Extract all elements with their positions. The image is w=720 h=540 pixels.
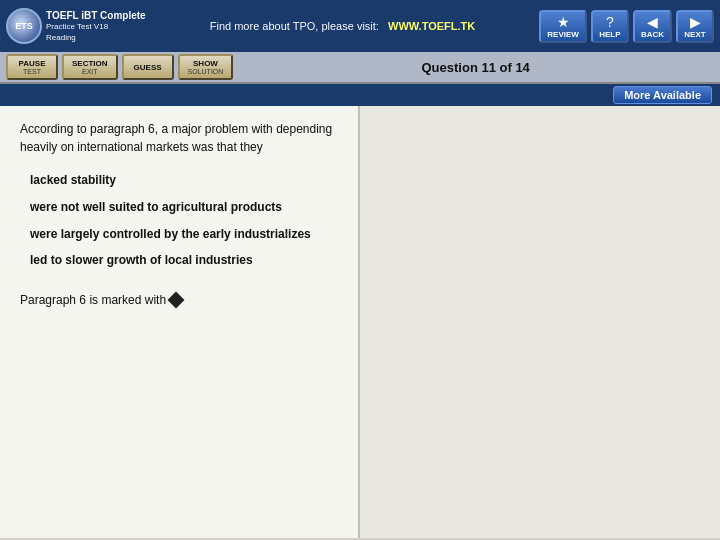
back-icon: ◀ — [647, 14, 658, 30]
more-available-bar: More Available — [0, 84, 720, 106]
answer-option-3[interactable]: were largely controlled by the early ind… — [30, 226, 338, 243]
diamond-icon — [168, 292, 185, 309]
ets-logo: ETS — [6, 8, 42, 44]
tpo-url[interactable]: WWW.TOEFL.TK — [388, 20, 475, 32]
answer-options: lacked stability were not well suited to… — [30, 172, 338, 269]
back-button[interactable]: ◀ BACK — [633, 10, 672, 43]
answer-option-2[interactable]: were not well suited to agricultural pro… — [30, 199, 338, 216]
answer-option-4[interactable]: led to slower growth of local industries — [30, 252, 338, 269]
header: ETS TOEFL iBT Complete Practice Test V18… — [0, 0, 720, 52]
guess-button[interactable]: GUESS — [122, 54, 174, 80]
section-exit-button[interactable]: SECTION EXIT — [62, 54, 118, 80]
answer-option-1[interactable]: lacked stability — [30, 172, 338, 189]
paragraph-note-text: Paragraph 6 is marked with — [20, 293, 166, 307]
pause-button[interactable]: PAUSE TEST — [6, 54, 58, 80]
paragraph-note: Paragraph 6 is marked with — [20, 293, 338, 307]
logo-text: TOEFL iBT Complete Practice Test V18 Rea… — [46, 9, 146, 43]
reading-passage-panel — [360, 106, 720, 538]
tpo-info: Find more about TPO, please visit: WWW.T… — [152, 20, 534, 32]
question-prompt: According to paragraph 6, a major proble… — [20, 120, 338, 156]
logo-area: ETS TOEFL iBT Complete Practice Test V18… — [6, 8, 146, 44]
review-icon: ★ — [557, 14, 570, 30]
nav-buttons: ★ REVIEW ? HELP ◀ BACK ▶ NEXT — [539, 10, 714, 43]
help-button[interactable]: ? HELP — [591, 10, 629, 43]
toolbar: PAUSE TEST SECTION EXIT GUESS SHOW SOLUT… — [0, 52, 720, 84]
next-icon: ▶ — [690, 14, 701, 30]
more-available-button[interactable]: More Available — [613, 86, 712, 104]
question-counter: Question 11 of 14 — [237, 60, 714, 75]
next-button[interactable]: ▶ NEXT — [676, 10, 714, 43]
content-area: According to paragraph 6, a major proble… — [0, 106, 720, 538]
question-panel: According to paragraph 6, a major proble… — [0, 106, 360, 538]
help-icon: ? — [606, 14, 614, 30]
show-solution-button[interactable]: SHOW SOLUTION — [178, 54, 234, 80]
review-button[interactable]: ★ REVIEW — [539, 10, 587, 43]
